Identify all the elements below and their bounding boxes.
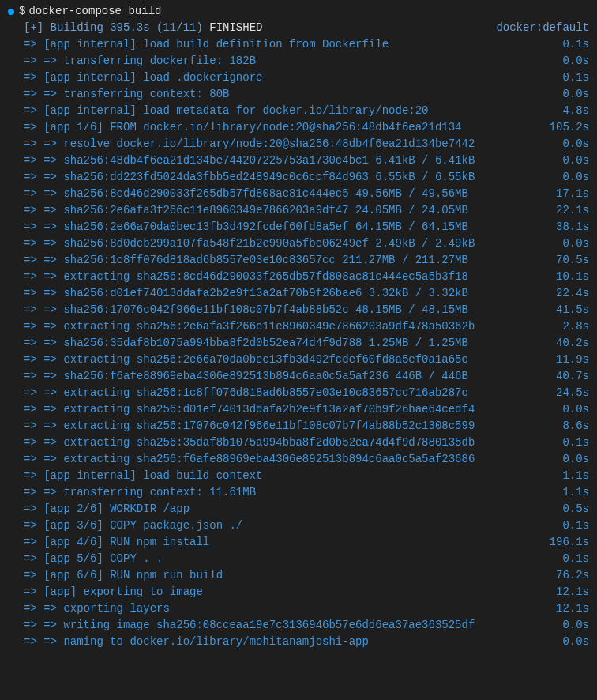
- build-step-line: => => writing image sha256:08cceaa19e7c3…: [8, 617, 589, 634]
- build-step-time: 0.0s: [556, 451, 589, 468]
- build-step-time: 0.5s: [556, 501, 589, 517]
- prompt-symbol: $: [19, 3, 25, 20]
- build-step-time: 12.1s: [550, 584, 589, 600]
- build-step-time: 0.1s: [556, 551, 589, 567]
- build-context: docker:default: [496, 20, 589, 36]
- build-step-time: 22.4s: [550, 285, 589, 302]
- build-step-line: => [app 4/6] RUN npm install196.1s: [8, 534, 589, 551]
- build-step-text: => => sha256:1c8ff076d818ad6b8557e03e10c…: [24, 252, 550, 269]
- build-step-line: => [app internal] load build definition …: [8, 36, 589, 53]
- build-step-text: => => sha256:2e6afa3f266c11e8960349e7866…: [24, 202, 550, 219]
- build-step-line: => => exporting layers12.1s: [8, 600, 589, 617]
- build-step-text: => => sha256:8d0dcb299a107fa548f21b2e990…: [24, 235, 556, 252]
- build-step-text: => => sha256:8cd46d290033f265db57fd808ac…: [24, 186, 550, 202]
- build-step-line: => [app] exporting to image12.1s: [8, 584, 589, 600]
- build-step-text: => => extracting sha256:8cd46d290033f265…: [24, 269, 550, 285]
- build-step-text: => [app 4/6] RUN npm install: [24, 534, 543, 551]
- build-steps: => [app internal] load build definition …: [8, 36, 589, 650]
- build-summary-left: [+] Building 395.3s (11/11) FINISHED: [24, 20, 262, 36]
- build-step-time: 0.0s: [556, 235, 589, 252]
- build-step-text: => => sha256:2e66a70da0bec13fb3d492fcdef…: [24, 219, 550, 235]
- build-step-line: => => sha256:dd223fd5024da3fbb5ed248949c…: [8, 169, 589, 186]
- build-step-line: => => extracting sha256:17076c042f966e11…: [8, 418, 589, 435]
- build-step-text: => => sha256:dd223fd5024da3fbb5ed248949c…: [24, 169, 556, 186]
- build-step-line: => [app internal] load .dockerignore0.1s: [8, 70, 589, 86]
- build-step-time: 0.0s: [556, 136, 589, 152]
- build-progress: [+] Building 395.3s (11/11): [24, 21, 203, 34]
- build-step-time: 0.0s: [556, 169, 589, 186]
- build-step-line: => => extracting sha256:f6afe88969eba430…: [8, 451, 589, 468]
- build-step-line: => => extracting sha256:d01ef74013ddafa2…: [8, 401, 589, 418]
- build-step-time: 2.8s: [556, 318, 589, 335]
- build-step-text: => [app 3/6] COPY package.json ./: [24, 517, 556, 534]
- build-step-line: => => sha256:17076c042f966e11bf108c07b7f…: [8, 302, 589, 318]
- build-step-time: 76.2s: [550, 567, 589, 584]
- build-step-time: 0.0s: [556, 152, 589, 169]
- build-step-time: 0.1s: [556, 36, 589, 53]
- build-step-time: 70.5s: [550, 252, 589, 269]
- build-step-time: 11.9s: [550, 352, 589, 368]
- build-step-text: => [app 2/6] WORKDIR /app: [24, 501, 556, 517]
- build-step-line: => => transferring dockerfile: 182B0.0s: [8, 53, 589, 70]
- build-step-line: => => naming to docker.io/library/mohita…: [8, 634, 589, 650]
- build-step-time: 10.1s: [550, 269, 589, 285]
- build-step-text: => => extracting sha256:d01ef74013ddafa2…: [24, 401, 556, 418]
- build-step-line: => => transferring context: 11.61MB1.1s: [8, 484, 589, 501]
- build-step-line: => => resolve docker.io/library/node:20@…: [8, 136, 589, 152]
- build-step-text: => [app internal] load metadata for dock…: [24, 103, 556, 119]
- build-step-text: => [app 5/6] COPY . .: [24, 551, 556, 567]
- build-step-text: => [app internal] load .dockerignore: [24, 70, 556, 86]
- build-step-time: 4.8s: [556, 103, 589, 119]
- build-step-time: 40.7s: [550, 368, 589, 385]
- build-step-line: => => sha256:8d0dcb299a107fa548f21b2e990…: [8, 235, 589, 252]
- build-step-line: => => extracting sha256:35daf8b1075a994b…: [8, 435, 589, 451]
- build-step-text: => => sha256:48db4f6ea21d134be7442072257…: [24, 152, 556, 169]
- build-finished: FINISHED: [203, 21, 263, 34]
- build-step-line: => => transferring context: 80B0.0s: [8, 86, 589, 103]
- build-step-time: 0.0s: [556, 86, 589, 103]
- build-step-line: => => sha256:48db4f6ea21d134be7442072257…: [8, 152, 589, 169]
- build-step-line: => => sha256:d01ef74013ddafa2b2e9f13a2af…: [8, 285, 589, 302]
- build-step-line: => => sha256:35daf8b1075a994bba8f2d0b52e…: [8, 335, 589, 352]
- build-step-line: => [app 5/6] COPY . .0.1s: [8, 551, 589, 567]
- build-step-line: => => sha256:f6afe88969eba4306e892513b89…: [8, 368, 589, 385]
- build-step-line: => => sha256:1c8ff076d818ad6b8557e03e10c…: [8, 252, 589, 269]
- build-step-text: => => extracting sha256:2e6afa3f266c11e8…: [24, 318, 556, 335]
- build-step-text: => [app 6/6] RUN npm run build: [24, 567, 550, 584]
- build-step-text: => => sha256:f6afe88969eba4306e892513b89…: [24, 368, 550, 385]
- status-dot-icon: [8, 9, 14, 15]
- build-step-text: => => extracting sha256:35daf8b1075a994b…: [24, 435, 556, 451]
- build-step-line: => => extracting sha256:2e6afa3f266c11e8…: [8, 318, 589, 335]
- build-step-time: 196.1s: [543, 534, 589, 551]
- build-step-line: => [app internal] load metadata for dock…: [8, 103, 589, 119]
- build-step-line: => [app 6/6] RUN npm run build76.2s: [8, 567, 589, 584]
- build-step-line: => => sha256:8cd46d290033f265db57fd808ac…: [8, 186, 589, 202]
- build-step-text: => => transferring context: 80B: [24, 86, 556, 103]
- build-step-line: => => sha256:2e6afa3f266c11e8960349e7866…: [8, 202, 589, 219]
- build-step-time: 0.0s: [556, 401, 589, 418]
- prompt-line: $ docker-compose build: [8, 3, 589, 20]
- build-step-text: => => resolve docker.io/library/node:20@…: [24, 136, 556, 152]
- build-step-text: => => writing image sha256:08cceaa19e7c3…: [24, 617, 556, 634]
- build-step-text: => => sha256:17076c042f966e11bf108c07b7f…: [24, 302, 550, 318]
- build-step-text: => => exporting layers: [24, 600, 550, 617]
- build-summary: [+] Building 395.3s (11/11) FINISHED doc…: [8, 20, 589, 36]
- build-step-text: => [app internal] load build context: [24, 468, 556, 484]
- build-step-time: 0.1s: [556, 70, 589, 86]
- build-step-time: 0.0s: [556, 634, 589, 650]
- build-step-time: 40.2s: [550, 335, 589, 352]
- build-step-time: 0.0s: [556, 617, 589, 634]
- build-step-line: => [app 2/6] WORKDIR /app0.5s: [8, 501, 589, 517]
- build-step-line: => [app internal] load build context1.1s: [8, 468, 589, 484]
- build-step-text: => => extracting sha256:1c8ff076d818ad6b…: [24, 385, 550, 401]
- build-step-time: 17.1s: [550, 186, 589, 202]
- build-step-time: 12.1s: [550, 600, 589, 617]
- build-step-text: => => extracting sha256:17076c042f966e11…: [24, 418, 556, 435]
- command-text: docker-compose build: [28, 3, 161, 20]
- build-step-time: 1.1s: [556, 484, 589, 501]
- build-step-time: 24.5s: [550, 385, 589, 401]
- build-step-line: => => extracting sha256:8cd46d290033f265…: [8, 269, 589, 285]
- build-step-time: 0.0s: [556, 53, 589, 70]
- build-step-time: 105.2s: [543, 119, 589, 136]
- build-step-text: => => extracting sha256:f6afe88969eba430…: [24, 451, 556, 468]
